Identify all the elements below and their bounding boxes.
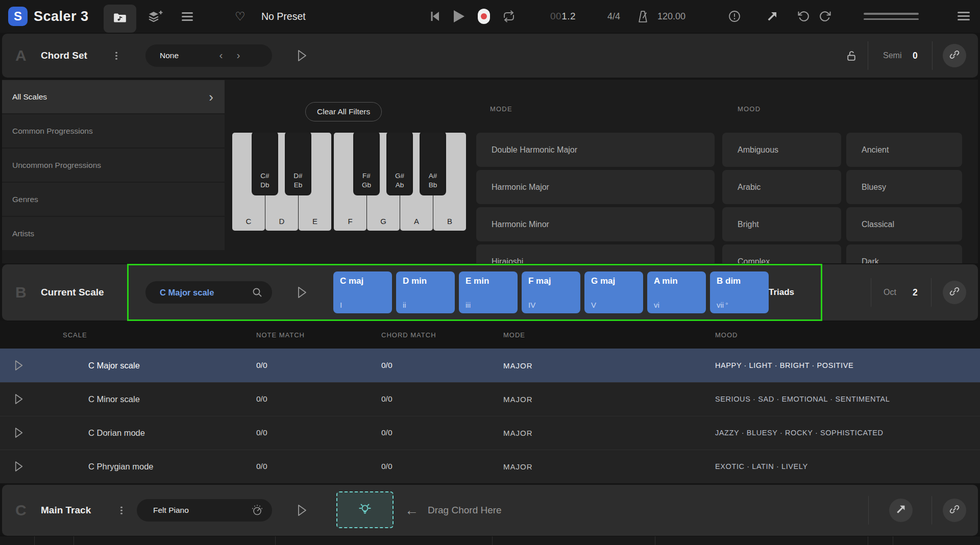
multi-layers-button[interactable] — [147, 10, 163, 26]
link-button[interactable] — [943, 499, 966, 522]
mood-filter-item[interactable]: Arabic — [722, 170, 841, 204]
scales-explorer: All Scales › Common Progressions Uncommo… — [2, 80, 978, 263]
scale-play-button[interactable] — [297, 286, 307, 301]
sidebar-item-artists[interactable]: Artists — [2, 217, 225, 250]
heart-icon: ♡ — [235, 10, 246, 23]
preset-name[interactable]: No Preset — [261, 0, 306, 33]
chevron-right-icon[interactable]: › — [233, 44, 243, 66]
share-arrow-icon — [766, 10, 778, 24]
mood-filter-item[interactable]: Ancient — [846, 133, 962, 167]
table-row[interactable]: C Major scale 0/0 0/0 MAJOR HAPPY · LIGH… — [0, 349, 980, 382]
mode-filter-item[interactable]: Hirajoshi — [476, 244, 715, 263]
export-button[interactable] — [766, 10, 778, 24]
slider-line — [864, 13, 919, 15]
chord-set-selector[interactable]: None ‹ › — [145, 44, 272, 67]
play-button[interactable] — [452, 9, 465, 26]
mode-value: MAJOR — [503, 361, 533, 370]
redo-button[interactable] — [819, 10, 831, 24]
chevron-left-icon[interactable]: ‹ — [216, 44, 226, 66]
rewind-button[interactable] — [430, 11, 440, 24]
chord-pad-d-min[interactable]: D minii — [396, 271, 455, 313]
scales-table: SCALE NOTE MATCH CHORD MATCH MODE MOOD C… — [0, 321, 980, 483]
row-play-button[interactable] — [14, 427, 23, 440]
sidebar-item-common-progressions[interactable]: Common Progressions — [2, 114, 225, 147]
scale-chords: C majI D minii E miniii F majIV G majV A… — [333, 271, 769, 313]
note-match-value: 0/0 — [256, 361, 267, 370]
link-button[interactable] — [943, 281, 966, 304]
volume-slider[interactable] — [864, 13, 919, 20]
sidebar-item-genres[interactable]: Genres — [2, 183, 225, 216]
row-play-button[interactable] — [14, 360, 23, 373]
play-icon — [452, 9, 465, 26]
mode-filter-item[interactable]: Harmonic Major — [476, 170, 715, 204]
chord-set-play-button[interactable] — [297, 49, 307, 64]
record-icon — [478, 9, 490, 24]
info-button[interactable] — [728, 10, 741, 24]
main-menu-button[interactable] — [958, 12, 970, 20]
chord-pad-c-maj[interactable]: C majI — [333, 271, 392, 313]
clear-all-filters-button[interactable]: Clear All Filters — [305, 102, 382, 121]
chord-drop-zone[interactable] — [336, 491, 394, 528]
sidebar-item-label: Artists — [12, 229, 34, 238]
table-row[interactable]: C Dorian mode 0/0 0/0 MAJOR JAZZY · BLUE… — [0, 416, 980, 450]
mood-filter-item[interactable]: Bluesy — [846, 170, 962, 204]
mood-filter-item[interactable]: Ambiguous — [722, 133, 841, 167]
drag-export-button[interactable] — [889, 499, 913, 522]
oct-value[interactable]: 2 — [913, 264, 918, 320]
record-button[interactable] — [478, 9, 490, 24]
app-title: Scaler 3 — [34, 0, 89, 33]
table-row[interactable]: C Minor scale 0/0 0/0 MAJOR SERIOUS · SA… — [0, 382, 980, 416]
loop-button[interactable] — [502, 10, 516, 24]
piano-key-a-sharp[interactable]: A#Bb — [421, 133, 445, 194]
semi-value[interactable]: 0 — [913, 34, 918, 78]
piano-key-f-sharp[interactable]: F#Gb — [355, 133, 378, 194]
sidebar-item-all-scales[interactable]: All Scales › — [2, 80, 225, 113]
chord-pad-a-min[interactable]: A minvi — [647, 271, 706, 313]
setlist-button[interactable] — [182, 12, 193, 21]
current-scale-row: B Current Scale C Major scale C majI D m… — [2, 264, 978, 320]
sidebar-item-uncommon-progressions[interactable]: Uncommon Progressions — [2, 148, 225, 182]
search-icon — [252, 287, 263, 300]
mode-value: MAJOR — [503, 429, 533, 437]
mood-filter-item[interactable]: Bright — [722, 207, 841, 241]
chord-pad-g-maj[interactable]: G majV — [584, 271, 643, 313]
divider — [932, 41, 933, 70]
favorite-button[interactable]: ♡ — [235, 10, 246, 23]
mood-column-header: MOOD — [738, 105, 761, 113]
tab-session[interactable] — [104, 5, 136, 33]
instrument-selector[interactable]: Felt Piano — [137, 499, 272, 522]
mood-filter-item[interactable]: Dark — [846, 244, 962, 263]
piano-key-c-sharp[interactable]: C#Db — [253, 133, 277, 194]
time-signature[interactable]: 4/4 — [607, 0, 620, 33]
piano-key-d-sharp[interactable]: D#Eb — [286, 133, 310, 194]
undo-button[interactable] — [797, 10, 810, 24]
sidebar-item-label: Common Progressions — [12, 127, 93, 136]
chord-pad-e-min[interactable]: E miniii — [459, 271, 518, 313]
voicing-selector[interactable]: Triads — [769, 264, 794, 320]
piano-key-g-sharp[interactable]: G#Ab — [388, 133, 411, 194]
mode-filter-item[interactable]: Double Harmonic Major — [476, 133, 715, 167]
link-button[interactable] — [943, 44, 966, 67]
chord-set-row: A Chord Set None ‹ › Semi 0 — [2, 34, 978, 78]
lock-button[interactable] — [845, 49, 858, 64]
scale-search-input[interactable]: C Major scale — [145, 281, 272, 304]
chord-pad-b-dim[interactable]: B dimvii° — [710, 271, 769, 313]
chord-set-menu-button[interactable] — [113, 48, 119, 63]
mood-filter-item[interactable]: Classical — [846, 207, 962, 241]
tempo-value[interactable]: 120.00 — [657, 0, 685, 33]
table-row[interactable]: C Phrygian mode 0/0 0/0 MAJOR EXOTIC · L… — [0, 450, 980, 483]
metronome-icon[interactable] — [637, 10, 649, 23]
divider — [871, 278, 871, 307]
share-arrow-icon — [895, 504, 906, 517]
playhead-position[interactable]: 001.2 — [550, 0, 576, 33]
lightbulb-icon — [357, 501, 373, 519]
mode-filter-item[interactable]: Harmonic Minor — [476, 207, 715, 241]
main-track-play-button[interactable] — [297, 504, 307, 519]
mood-value: JAZZY · BLUESY · ROCKY · SOPHISTICATED — [715, 429, 884, 437]
chord-pad-f-maj[interactable]: F majIV — [522, 271, 580, 313]
row-play-button[interactable] — [14, 461, 23, 474]
row-play-button[interactable] — [14, 393, 23, 407]
main-track-menu-button[interactable] — [118, 503, 125, 518]
lock-open-icon — [845, 49, 858, 64]
mood-filter-item[interactable]: Complex — [722, 244, 841, 263]
